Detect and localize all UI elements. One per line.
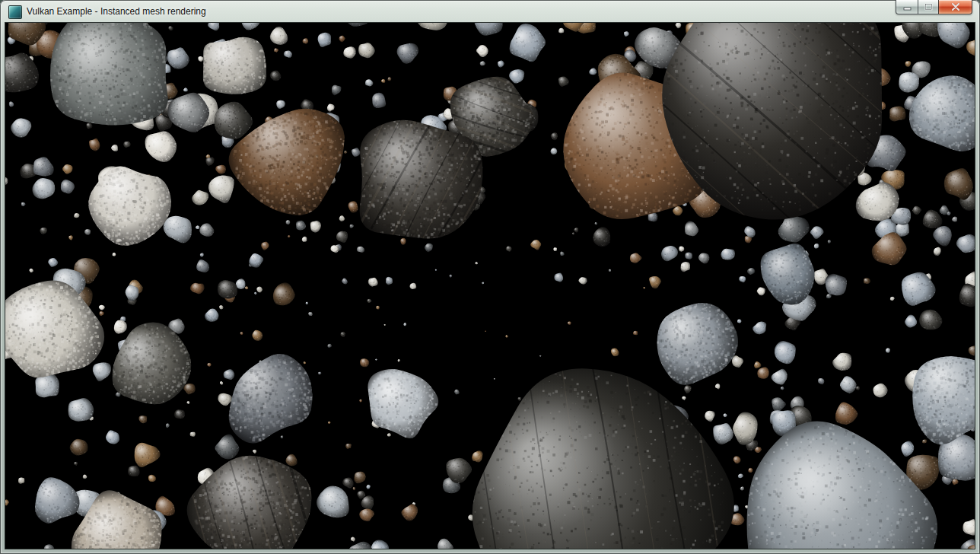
close-button[interactable] <box>938 0 972 14</box>
maximize-icon <box>924 3 933 11</box>
render-viewport[interactable] <box>5 23 975 549</box>
app-icon <box>8 5 22 19</box>
title-bar[interactable]: Vulkan Example - Instanced mesh renderin… <box>0 0 980 23</box>
window-controls <box>896 0 972 14</box>
maximize-button[interactable] <box>918 0 938 14</box>
window-title: Vulkan Example - Instanced mesh renderin… <box>27 6 206 17</box>
minimize-button[interactable] <box>896 0 918 14</box>
close-icon <box>951 3 960 11</box>
minimize-icon <box>903 4 912 11</box>
app-window: Vulkan Example - Instanced mesh renderin… <box>0 0 980 554</box>
client-area <box>5 23 975 549</box>
